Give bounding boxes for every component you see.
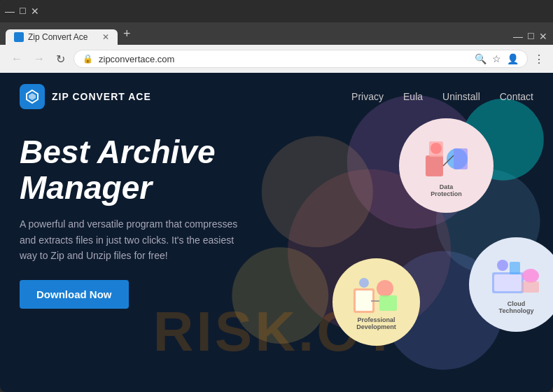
hero-description: A powerful and versatile program that co… bbox=[20, 216, 244, 263]
hero-title-line2: Manager bbox=[20, 169, 152, 206]
url-box[interactable]: 🔒 zipconvertace.com 🔍 ☆ 👤 bbox=[74, 50, 528, 68]
hero-title-line1: Best Archive bbox=[20, 134, 216, 170]
url-actions: 🔍 ☆ 👤 bbox=[475, 53, 519, 64]
nav-eula[interactable]: Eula bbox=[403, 91, 423, 102]
forward-button[interactable]: → bbox=[31, 50, 48, 68]
tab-title: Zip Convert Ace bbox=[28, 32, 88, 42]
search-icon[interactable]: 🔍 bbox=[475, 53, 486, 64]
browser-frame: — ☐ ✕ Zip Convert Ace ✕ + — ☐ ✕ ← → ↻ 🔒 … bbox=[0, 0, 553, 392]
tab-favicon bbox=[14, 32, 24, 42]
close-button[interactable]: ✕ bbox=[31, 7, 39, 15]
browser-menu: ⋮ bbox=[533, 52, 545, 66]
hero-content: Best Archive Manager A powerful and vers… bbox=[20, 134, 533, 309]
hero-section: Best Archive Manager A powerful and vers… bbox=[0, 120, 553, 323]
more-options-icon[interactable]: ⋮ bbox=[533, 52, 545, 66]
window-controls: — ☐ ✕ bbox=[6, 7, 39, 15]
logo-svg bbox=[24, 89, 40, 104]
maximize-button[interactable]: ☐ bbox=[18, 7, 27, 15]
tab-bar: Zip Convert Ace ✕ + — ☐ ✕ bbox=[0, 22, 553, 45]
window-maximize-icon[interactable]: ☐ bbox=[527, 31, 535, 41]
profile-icon[interactable]: 👤 bbox=[507, 53, 519, 64]
bookmark-icon[interactable]: ☆ bbox=[492, 53, 501, 64]
active-tab[interactable]: Zip Convert Ace ✕ bbox=[6, 29, 118, 45]
url-text: zipconvertace.com bbox=[99, 54, 469, 64]
back-button[interactable]: ← bbox=[8, 50, 25, 68]
nav-contact[interactable]: Contact bbox=[500, 91, 533, 102]
tab-close-icon[interactable]: ✕ bbox=[102, 32, 109, 42]
lock-icon: 🔒 bbox=[83, 54, 93, 64]
website-content: ZIP CONVERT ACE Privacy Eula Uninstall C… bbox=[0, 73, 553, 392]
logo-icon bbox=[20, 84, 45, 109]
new-tab-button[interactable]: + bbox=[118, 25, 136, 43]
hero-title: Best Archive Manager bbox=[20, 134, 286, 205]
refresh-button[interactable]: ↻ bbox=[53, 50, 68, 69]
logo: ZIP CONVERT ACE bbox=[20, 84, 151, 109]
nav-links: Privacy Eula Uninstall Contact bbox=[351, 91, 533, 102]
address-bar: ← → ↻ 🔒 zipconvertace.com 🔍 ☆ 👤 ⋮ bbox=[0, 45, 553, 73]
navigation: ZIP CONVERT ACE Privacy Eula Uninstall C… bbox=[0, 73, 553, 120]
logo-text: ZIP CONVERT ACE bbox=[52, 91, 151, 102]
title-bar: — ☐ ✕ bbox=[0, 0, 553, 22]
nav-privacy[interactable]: Privacy bbox=[351, 91, 384, 102]
window-minimize-icon[interactable]: — bbox=[513, 31, 523, 42]
minimize-button[interactable]: — bbox=[6, 7, 14, 15]
window-close-icon[interactable]: ✕ bbox=[539, 31, 547, 42]
download-now-button[interactable]: Download Now bbox=[20, 280, 129, 309]
nav-uninstall[interactable]: Uninstall bbox=[442, 91, 480, 102]
